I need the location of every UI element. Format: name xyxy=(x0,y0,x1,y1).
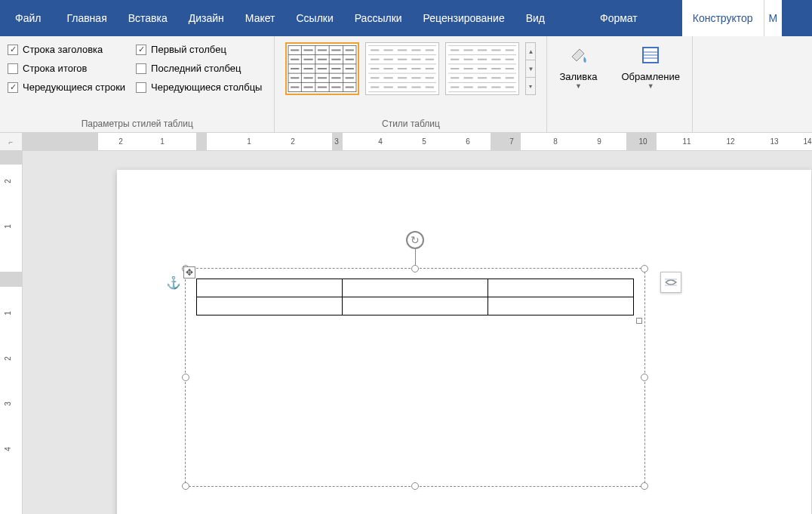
table-style-thumb-1[interactable] xyxy=(285,42,359,95)
menu-insert[interactable]: Вставка xyxy=(118,0,178,36)
dropdown-arrow-icon: ▼ xyxy=(575,82,582,90)
layout-options-button[interactable] xyxy=(660,272,681,293)
button-label: Заливка xyxy=(559,71,597,82)
group-label: Стили таблиц xyxy=(279,117,542,131)
checkbox-icon xyxy=(8,45,18,55)
group-label: Параметры стилей таблиц xyxy=(5,117,269,131)
rotate-handle[interactable]: ↻ xyxy=(406,231,424,249)
document-scroll[interactable]: ⚓ ↻ ✥ xyxy=(23,151,812,514)
button-label: Обрамление xyxy=(621,71,679,82)
menu-mailings[interactable]: Рассылки xyxy=(344,0,413,36)
table-style-thumb-3[interactable] xyxy=(445,42,519,95)
ruler-row: ⌐ 2 1 1 2 3 4 5 6 7 8 9 10 11 12 13 14 xyxy=(0,133,812,151)
table-move-handle[interactable]: ✥ xyxy=(183,266,195,279)
page[interactable]: ⚓ ↻ ✥ xyxy=(117,170,811,514)
menu-more[interactable]: М xyxy=(764,0,783,36)
check-label: Строка заголовка xyxy=(23,44,103,55)
menu-constructor[interactable]: Конструктор xyxy=(682,0,764,36)
gallery-up-button[interactable]: ▲ xyxy=(526,43,535,60)
document-table[interactable] xyxy=(196,279,634,315)
dropdown-arrow-icon: ▼ xyxy=(647,82,654,90)
table-row[interactable] xyxy=(197,297,634,315)
ribbon-group-table-styles: ▲ ▼ ▾ Стили таблиц xyxy=(275,36,547,132)
shading-button[interactable]: Заливка ▼ xyxy=(552,39,604,93)
menu-layout[interactable]: Макет xyxy=(235,0,286,36)
borders-icon xyxy=(638,42,663,68)
gallery-more-button[interactable]: ▾ xyxy=(526,78,535,94)
resize-handle-bm[interactable] xyxy=(411,482,419,490)
check-label: Последний столбец xyxy=(151,63,241,74)
checkbox-icon xyxy=(136,63,146,74)
horizontal-ruler[interactable]: 2 1 1 2 3 4 5 6 7 8 9 10 11 12 13 14 xyxy=(23,133,812,150)
menu-view[interactable]: Вид xyxy=(515,0,555,36)
resize-handle-ml[interactable] xyxy=(182,374,189,381)
ribbon-group-borders: Обрамление ▼ xyxy=(609,36,692,132)
document-area: 2 1 1 2 3 4 ⚓ ↻ xyxy=(0,151,812,514)
anchor-icon[interactable]: ⚓ xyxy=(166,275,181,290)
check-header-row[interactable]: Строка заголовка xyxy=(8,44,125,55)
check-label: Строка итогов xyxy=(23,63,88,74)
check-first-column[interactable]: Первый столбец xyxy=(136,44,262,55)
check-last-column[interactable]: Последний столбец xyxy=(136,63,262,74)
checkbox-icon xyxy=(8,63,18,74)
check-label: Чередующиеся столбцы xyxy=(151,82,262,93)
resize-handle-tm[interactable] xyxy=(411,265,419,272)
borders-button[interactable]: Обрамление ▼ xyxy=(614,39,687,93)
checkbox-icon xyxy=(136,45,146,55)
checkbox-icon xyxy=(136,82,146,93)
table-row[interactable] xyxy=(197,279,634,297)
layout-options-icon xyxy=(663,275,678,290)
check-label: Чередующиеся строки xyxy=(23,82,125,93)
resize-handle-tr[interactable] xyxy=(641,265,648,272)
check-label: Первый столбец xyxy=(151,44,226,55)
menu-references[interactable]: Ссылки xyxy=(285,0,343,36)
resize-handle-bl[interactable] xyxy=(182,482,189,490)
check-banded-columns[interactable]: Чередующиеся столбцы xyxy=(136,82,262,93)
vertical-ruler[interactable]: 2 1 1 2 3 4 xyxy=(0,151,23,514)
table-style-thumb-2[interactable] xyxy=(365,42,439,95)
menu-file[interactable]: Файл xyxy=(0,0,56,36)
ribbon-group-shading: Заливка ▼ xyxy=(547,36,609,132)
check-total-row[interactable]: Строка итогов xyxy=(8,63,125,74)
ruler-corner[interactable]: ⌐ xyxy=(0,133,23,151)
menu-home[interactable]: Главная xyxy=(56,0,117,36)
paint-bucket-icon xyxy=(565,42,591,68)
resize-handle-mr[interactable] xyxy=(641,374,648,381)
checkbox-icon xyxy=(8,82,18,93)
check-banded-rows[interactable]: Чередующиеся строки xyxy=(8,82,125,93)
gallery-scroller: ▲ ▼ ▾ xyxy=(525,42,536,95)
menu-design[interactable]: Дизайн xyxy=(178,0,235,36)
ribbon: Строка заголовка Строка итогов Чередующи… xyxy=(0,36,812,133)
table-resize-handle[interactable] xyxy=(636,318,642,324)
gallery-down-button[interactable]: ▼ xyxy=(526,60,535,78)
ribbon-group-style-options: Строка заголовка Строка итогов Чередующи… xyxy=(0,36,275,132)
menu-review[interactable]: Рецензирование xyxy=(413,0,515,36)
menubar: Файл Главная Вставка Дизайн Макет Ссылки… xyxy=(0,0,812,36)
menu-format[interactable]: Формат xyxy=(589,0,648,36)
resize-handle-br[interactable] xyxy=(641,482,648,490)
